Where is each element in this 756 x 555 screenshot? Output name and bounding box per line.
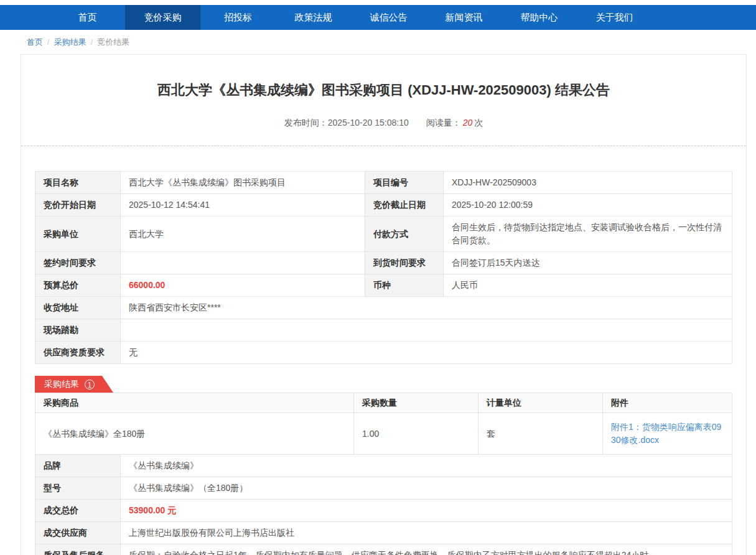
award-detail-table: 品牌 《丛书集成续编》 型号 《丛书集成续编》（全180册） 成交总价 5390… (35, 454, 732, 555)
info-label: 收货地址 (35, 297, 121, 319)
info-value: 西北大学《丛书集成续编》图书采购项目 (121, 172, 365, 194)
table-row: 成交供应商 上海世纪出版股份有限公司上海书店出版社 (35, 522, 732, 544)
info-value (121, 252, 365, 274)
nav-item-tendering[interactable]: 招投标 (200, 5, 276, 30)
product-name-value: 《丛书集成续编》全180册 (35, 413, 354, 455)
detail-label: 品牌 (35, 455, 121, 477)
product-unit-value: 套 (478, 413, 603, 455)
views-label: 阅读量： (426, 118, 461, 128)
nav-item-home[interactable]: 首页 (50, 5, 125, 30)
info-value: 人民币 (444, 274, 732, 297)
model-value: 《丛书集成续编》（全180册） (121, 477, 732, 500)
info-label: 供应商资质要求 (35, 342, 121, 364)
detail-label: 型号 (35, 477, 121, 500)
column-header-quantity: 采购数量 (354, 393, 478, 413)
info-label: 采购单位 (35, 217, 121, 252)
nav-item-policies[interactable]: 政策法规 (276, 5, 351, 30)
purchase-result-table: 采购商品 采购数量 计量单位 附件 《丛书集成续编》全180册 1.00 套 附… (35, 393, 732, 455)
breadcrumb: 首页/采购结果/竞价结果 (0, 30, 756, 54)
info-value: 西北大学 (121, 217, 365, 252)
publish-time-value: 2025-10-20 15:08:10 (328, 118, 409, 128)
info-value: 合同签订后15天内送达 (444, 252, 732, 274)
info-value: 无 (121, 342, 732, 364)
info-label: 付款方式 (365, 217, 444, 252)
breadcrumb-procurement-results-link[interactable]: 采购结果 (54, 37, 86, 47)
award-total-price-value: 53900.00 元 (121, 500, 732, 522)
nav-item-bidding-procurement[interactable]: 竞价采购 (125, 5, 200, 30)
detail-label: 成交供应商 (35, 522, 121, 544)
main-nav: 首页 竞价采购 招投标 政策法规 诚信公告 新闻资讯 帮助中心 关于我们 (0, 5, 756, 30)
product-quantity-value: 1.00 (354, 413, 478, 455)
announcement-card: 西北大学《丛书集成续编》图书采购项目 (XDJJ-HW-202509003) 结… (21, 54, 747, 555)
column-header-product: 采购商品 (35, 393, 354, 413)
breadcrumb-current-page: 竞价结果 (97, 37, 129, 47)
table-row: 现场踏勘 (35, 319, 732, 342)
info-label: 预算总价 (35, 274, 121, 297)
article-meta: 发布时间：2025-10-20 15:08:10阅读量：20次 (34, 118, 734, 129)
table-row: 采购单位 西北大学 付款方式 合同生效后，待货物到达指定地点、安装调试验收合格后… (35, 217, 732, 252)
nav-item-about-us[interactable]: 关于我们 (577, 5, 652, 30)
views-unit: 次 (474, 118, 483, 128)
attachment-cell: 附件1：货物类响应偏离表0930修改.docx (603, 413, 732, 455)
nav-item-help-center[interactable]: 帮助中心 (502, 5, 577, 30)
info-value: 2025-10-20 12:00:59 (444, 194, 732, 217)
project-info-table: 项目名称 西北大学《丛书集成续编》图书采购项目 项目编号 XDJJ-HW-202… (35, 171, 732, 364)
views-count: 20 (463, 118, 473, 128)
warranty-service-value: 质保期：自验收合格之日起1年。质保期内如有质量问题，供应商无条件免费更换。质保期… (121, 544, 732, 555)
column-header-unit: 计量单位 (478, 393, 603, 413)
breadcrumb-home-link[interactable]: 首页 (27, 37, 43, 47)
announcement-body: 项目名称 西北大学《丛书集成续编》图书采购项目 项目编号 XDJJ-HW-202… (21, 146, 746, 555)
table-row: 型号 《丛书集成续编》（全180册） (35, 477, 732, 500)
column-header-attachment: 附件 (603, 393, 732, 413)
page-title: 西北大学《丛书集成续编》图书采购项目 (XDJJ-HW-202509003) 结… (34, 82, 734, 98)
info-label: 签约时间要求 (35, 252, 121, 274)
table-row: 成交总价 53900.00 元 (35, 500, 732, 522)
table-row: 《丛书集成续编》全180册 1.00 套 附件1：货物类响应偏离表0930修改.… (35, 413, 732, 455)
nav-item-news[interactable]: 新闻资讯 (426, 5, 502, 30)
info-value: XDJJ-HW-202509003 (444, 172, 732, 194)
awarded-supplier-value: 上海世纪出版股份有限公司上海书店出版社 (121, 522, 732, 544)
result-section-tag: 采购结果 1 (35, 376, 113, 393)
breadcrumb-separator: / (91, 37, 93, 47)
attachment-link[interactable]: 附件1：货物类响应偏离表0930修改.docx (611, 422, 721, 445)
detail-label: 质保及售后服务 (35, 544, 121, 555)
table-row: 竞价开始日期 2025-10-12 14:54:41 竞价截止日期 2025-1… (35, 194, 732, 217)
table-row: 签约时间要求 到货时间要求 合同签订后15天内送达 (35, 252, 732, 274)
table-row: 收货地址 陕西省西安市长安区**** (35, 297, 732, 319)
info-label: 币种 (365, 274, 444, 297)
info-label: 现场踏勘 (35, 319, 121, 342)
result-count-badge: 1 (85, 380, 95, 389)
top-strip (0, 0, 756, 5)
announcement-header: 西北大学《丛书集成续编》图书采购项目 (XDJJ-HW-202509003) 结… (21, 55, 746, 146)
info-label: 项目名称 (35, 172, 121, 194)
info-value: 2025-10-12 14:54:41 (121, 194, 365, 217)
table-row: 项目名称 西北大学《丛书集成续编》图书采购项目 项目编号 XDJJ-HW-202… (35, 172, 732, 194)
info-value: 陕西省西安市长安区**** (121, 297, 732, 319)
table-row: 质保及售后服务 质保期：自验收合格之日起1年。质保期内如有质量问题，供应商无条件… (35, 544, 732, 555)
table-row: 品牌 《丛书集成续编》 (35, 455, 732, 477)
breadcrumb-separator: / (47, 37, 50, 47)
info-value: 合同生效后，待货物到达指定地点、安装调试验收合格后，一次性付清合同货款。 (444, 217, 732, 252)
info-label: 到货时间要求 (365, 252, 444, 274)
brand-value: 《丛书集成续编》 (121, 455, 732, 477)
budget-total-value: 66000.00 (121, 274, 365, 297)
info-label: 项目编号 (365, 172, 444, 194)
info-value (121, 319, 732, 342)
table-row: 供应商资质要求 无 (35, 342, 732, 364)
detail-label: 成交总价 (35, 500, 121, 522)
table-row: 预算总价 66000.00 币种 人民币 (35, 274, 732, 297)
result-tag-label: 采购结果 (44, 379, 79, 390)
info-label: 竞价开始日期 (35, 194, 121, 217)
table-header-row: 采购商品 采购数量 计量单位 附件 (35, 393, 732, 413)
info-label: 竞价截止日期 (365, 194, 444, 217)
publish-time-label: 发布时间： (284, 118, 328, 128)
nav-item-integrity-notice[interactable]: 诚信公告 (351, 5, 426, 30)
